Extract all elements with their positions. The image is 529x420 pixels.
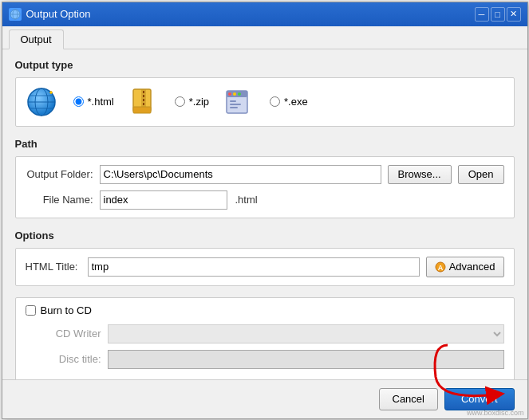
svg-point-19 xyxy=(233,92,236,96)
close-button[interactable]: ✕ xyxy=(507,7,521,22)
file-ext-label: .html xyxy=(235,194,258,206)
title-controls: ─ □ ✕ xyxy=(475,7,521,22)
advanced-icon: A xyxy=(435,261,446,273)
globe-icon xyxy=(26,86,57,118)
zip-icon xyxy=(130,88,159,116)
maximize-button[interactable]: □ xyxy=(491,7,505,22)
burn-fields: CD Writer Disc title: Make it automatica… xyxy=(26,324,504,379)
options-section: Options HTML Title: A Advanced xyxy=(15,230,515,286)
main-window: Output Option ─ □ ✕ Output Output type xyxy=(2,2,528,419)
options-box: HTML Title: A Advanced xyxy=(15,248,515,286)
radio-html[interactable]: *.html xyxy=(73,96,114,108)
path-label: Path xyxy=(15,138,515,150)
html-title-label: HTML Title: xyxy=(26,261,81,273)
cd-writer-row: CD Writer xyxy=(34,324,504,343)
radio-zip-input[interactable] xyxy=(175,96,185,107)
footer: Cancel Convert www.boxdisc.com xyxy=(2,379,527,418)
tab-bar: Output xyxy=(2,26,527,49)
output-type-box: *.html *.zip xyxy=(15,77,515,127)
radio-exe[interactable]: *.exe xyxy=(270,96,308,108)
convert-button[interactable]: Convert xyxy=(444,388,515,410)
svg-rect-14 xyxy=(143,99,144,101)
cancel-button[interactable]: Cancel xyxy=(379,388,438,410)
path-section: Path Output Folder: Browse... Open File … xyxy=(15,138,515,218)
output-type-row: *.html *.zip xyxy=(26,86,504,118)
svg-text:A: A xyxy=(437,264,443,272)
radio-zip-label: *.zip xyxy=(189,96,209,108)
svg-rect-15 xyxy=(143,103,144,105)
html-title-input[interactable] xyxy=(88,257,420,277)
advanced-button[interactable]: A Advanced xyxy=(426,257,504,277)
file-name-input[interactable] xyxy=(100,190,227,210)
radio-html-input[interactable] xyxy=(73,96,84,107)
advanced-label: Advanced xyxy=(449,261,495,273)
svg-rect-10 xyxy=(133,107,151,113)
cd-writer-select[interactable] xyxy=(108,324,504,343)
app-icon xyxy=(9,8,22,21)
burn-header: Burn to CD xyxy=(26,304,504,316)
burn-checkbox-label: Burn to CD xyxy=(41,304,92,316)
burn-box: Burn to CD CD Writer Disc title: xyxy=(15,297,515,379)
radio-html-label: *.html xyxy=(88,96,114,108)
radio-exe-label: *.exe xyxy=(284,96,308,108)
radio-zip[interactable]: *.zip xyxy=(175,96,209,108)
cd-writer-label: CD Writer xyxy=(34,328,101,340)
svg-rect-22 xyxy=(230,104,241,105)
browse-button[interactable]: Browse... xyxy=(388,165,452,184)
radio-exe-input[interactable] xyxy=(270,96,280,107)
disc-title-row: Disc title: xyxy=(34,350,504,369)
svg-rect-12 xyxy=(143,91,144,93)
minimize-button[interactable]: ─ xyxy=(475,7,489,22)
burn-section: Burn to CD CD Writer Disc title: xyxy=(15,297,515,379)
tab-output[interactable]: Output xyxy=(9,29,64,49)
svg-rect-21 xyxy=(230,100,236,102)
svg-point-20 xyxy=(238,92,241,96)
file-name-label: File Name: xyxy=(26,194,93,206)
window-title: Output Option xyxy=(26,8,91,20)
output-type-label: Output type xyxy=(15,59,515,71)
svg-rect-13 xyxy=(143,95,144,97)
svg-rect-23 xyxy=(230,107,238,108)
svg-point-18 xyxy=(228,92,231,96)
output-type-section: Output type xyxy=(15,59,515,127)
output-folder-input[interactable] xyxy=(100,165,381,184)
file-name-row: File Name: .html xyxy=(26,190,504,210)
output-folder-row: Output Folder: Browse... Open xyxy=(26,165,504,184)
watermark: www.boxdisc.com xyxy=(467,409,524,417)
path-box: Output Folder: Browse... Open File Name:… xyxy=(15,156,515,218)
title-bar: Output Option ─ □ ✕ xyxy=(2,2,527,26)
burn-checkbox[interactable] xyxy=(26,305,36,316)
content-area: Output type xyxy=(2,49,527,379)
output-folder-label: Output Folder: xyxy=(26,168,93,180)
exe-icon xyxy=(225,88,254,116)
disc-title-input[interactable] xyxy=(108,350,504,369)
disc-title-label: Disc title: xyxy=(34,353,101,365)
title-bar-left: Output Option xyxy=(9,8,91,21)
open-button[interactable]: Open xyxy=(458,165,504,184)
options-label: Options xyxy=(15,230,515,241)
